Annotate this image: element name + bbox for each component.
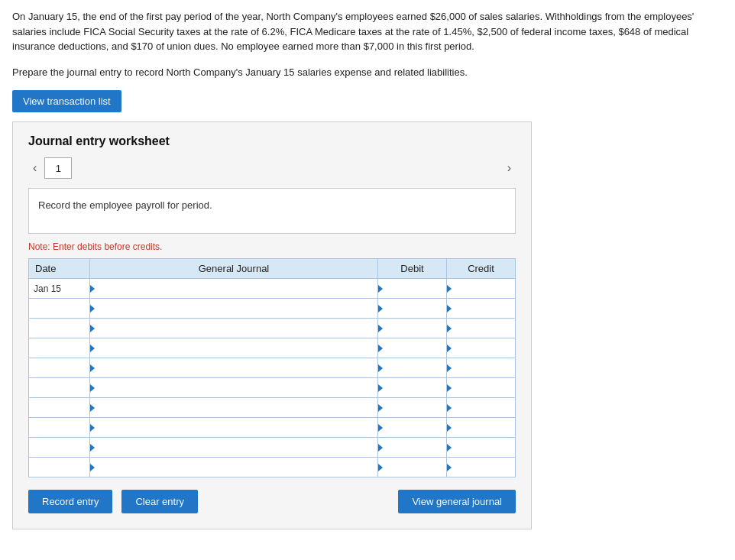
- gj-input-2[interactable]: [90, 299, 377, 318]
- debit-cell-4[interactable]: [378, 338, 447, 358]
- debit-input-6[interactable]: [378, 378, 446, 397]
- debit-cell-10[interactable]: [378, 458, 447, 477]
- nav-next-arrow[interactable]: ›: [503, 160, 516, 176]
- gj-input-9[interactable]: [90, 438, 377, 457]
- instruction-text: Record the employee payroll for period.: [38, 199, 212, 211]
- journal-entry-worksheet: Journal entry worksheet ‹ 1 › Record the…: [12, 121, 532, 529]
- debit-input-8[interactable]: [378, 418, 446, 437]
- credit-cell-2[interactable]: [447, 299, 516, 319]
- worksheet-nav: ‹ 1 ›: [28, 157, 516, 179]
- gj-input-1[interactable]: [90, 279, 377, 298]
- debit-cell-8[interactable]: [378, 418, 447, 438]
- debit-cell-1[interactable]: [378, 279, 447, 299]
- date-cell-1: Jan 15: [29, 279, 90, 299]
- gj-input-4[interactable]: [90, 338, 377, 358]
- debit-cell-2[interactable]: [378, 299, 447, 319]
- nav-prev-arrow[interactable]: ‹: [28, 160, 41, 176]
- date-cell-7: [29, 398, 90, 418]
- instruction-box: Record the employee payroll for period.: [28, 188, 516, 234]
- table-row: Jan 15: [29, 279, 516, 299]
- col-header-date: Date: [29, 259, 90, 279]
- debit-input-1[interactable]: [378, 279, 446, 298]
- credit-cell-7[interactable]: [447, 398, 516, 418]
- clear-entry-button[interactable]: Clear entry: [121, 490, 198, 513]
- gj-input-7[interactable]: [90, 398, 377, 417]
- table-row: [29, 319, 516, 338]
- debit-input-10[interactable]: [378, 458, 446, 477]
- gj-cell-1[interactable]: [90, 279, 378, 299]
- problem-paragraph1: On January 15, the end of the first pay …: [12, 9, 715, 54]
- view-transaction-button[interactable]: View transaction list: [12, 90, 121, 112]
- debit-cell-6[interactable]: [378, 378, 447, 398]
- gj-cell-10[interactable]: [90, 458, 378, 477]
- problem-paragraph2: Prepare the journal entry to record Nort…: [12, 65, 715, 80]
- credit-input-9[interactable]: [447, 438, 515, 457]
- col-header-credit: Credit: [447, 259, 516, 279]
- journal-table: Date General Journal Debit Credit Jan 15: [28, 258, 516, 477]
- credit-cell-8[interactable]: [447, 418, 516, 438]
- credit-input-7[interactable]: [447, 398, 515, 417]
- credit-cell-10[interactable]: [447, 458, 516, 477]
- debit-cell-3[interactable]: [378, 319, 447, 338]
- debit-input-5[interactable]: [378, 358, 446, 377]
- debit-input-3[interactable]: [378, 319, 446, 338]
- credit-cell-1[interactable]: [447, 279, 516, 299]
- date-cell-3: [29, 319, 90, 338]
- date-cell-5: [29, 358, 90, 378]
- gj-cell-9[interactable]: [90, 438, 378, 458]
- gj-input-6[interactable]: [90, 378, 377, 397]
- nav-number: 1: [44, 157, 72, 179]
- credit-cell-3[interactable]: [447, 319, 516, 338]
- date-cell-8: [29, 418, 90, 438]
- credit-input-1[interactable]: [447, 279, 515, 298]
- table-row: [29, 378, 516, 398]
- credit-input-4[interactable]: [447, 338, 515, 358]
- debit-cell-9[interactable]: [378, 438, 447, 458]
- credit-cell-5[interactable]: [447, 358, 516, 378]
- gj-cell-6[interactable]: [90, 378, 378, 398]
- credit-input-2[interactable]: [447, 299, 515, 318]
- table-row: [29, 398, 516, 418]
- debit-input-4[interactable]: [378, 338, 446, 358]
- table-row: [29, 418, 516, 438]
- record-entry-button[interactable]: Record entry: [28, 490, 112, 513]
- table-row: [29, 358, 516, 378]
- credit-cell-4[interactable]: [447, 338, 516, 358]
- date-cell-6: [29, 378, 90, 398]
- credit-input-6[interactable]: [447, 378, 515, 397]
- debit-cell-7[interactable]: [378, 398, 447, 418]
- credit-cell-9[interactable]: [447, 438, 516, 458]
- date-cell-4: [29, 338, 90, 358]
- col-header-debit: Debit: [378, 259, 447, 279]
- date-cell-2: [29, 299, 90, 319]
- debit-input-2[interactable]: [378, 299, 446, 318]
- credit-input-10[interactable]: [447, 458, 515, 477]
- gj-input-3[interactable]: [90, 319, 377, 338]
- gj-cell-4[interactable]: [90, 338, 378, 358]
- table-row: [29, 338, 516, 358]
- gj-cell-7[interactable]: [90, 398, 378, 418]
- col-header-general-journal: General Journal: [90, 259, 378, 279]
- gj-cell-8[interactable]: [90, 418, 378, 438]
- gj-cell-5[interactable]: [90, 358, 378, 378]
- debit-cell-5[interactable]: [378, 358, 447, 378]
- credit-input-3[interactable]: [447, 319, 515, 338]
- footer-buttons: Record entry Clear entry View general jo…: [28, 490, 516, 513]
- date-cell-9: [29, 438, 90, 458]
- table-row: [29, 458, 516, 477]
- table-row: [29, 438, 516, 458]
- credit-cell-6[interactable]: [447, 378, 516, 398]
- gj-cell-2[interactable]: [90, 299, 378, 319]
- note-text: Note: Enter debits before credits.: [28, 241, 516, 252]
- gj-input-5[interactable]: [90, 358, 377, 377]
- view-general-journal-button[interactable]: View general journal: [398, 490, 516, 513]
- credit-input-5[interactable]: [447, 358, 515, 377]
- table-row: [29, 299, 516, 319]
- gj-cell-3[interactable]: [90, 319, 378, 338]
- credit-input-8[interactable]: [447, 418, 515, 437]
- date-cell-10: [29, 458, 90, 477]
- debit-input-7[interactable]: [378, 398, 446, 417]
- gj-input-8[interactable]: [90, 418, 377, 437]
- debit-input-9[interactable]: [378, 438, 446, 457]
- gj-input-10[interactable]: [90, 458, 377, 477]
